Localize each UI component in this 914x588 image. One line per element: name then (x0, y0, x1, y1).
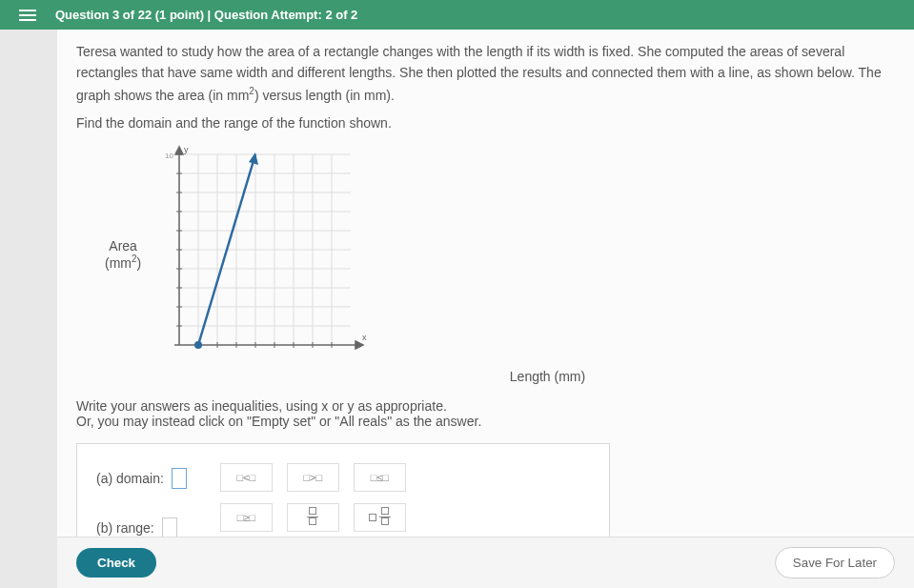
question-prompt: Find the domain and the range of the fun… (76, 115, 895, 131)
footer-bar: Check Save For Later (57, 537, 914, 588)
svg-marker-21 (175, 147, 183, 154)
question-info: Question 3 of 22 (1 point) | Question At… (55, 8, 357, 22)
less-than-button[interactable]: □<□ (220, 463, 273, 492)
domain-input[interactable] (172, 468, 187, 489)
greater-than-button[interactable]: □>□ (287, 463, 339, 492)
svg-point-46 (194, 341, 202, 349)
menu-icon[interactable] (19, 10, 36, 21)
range-label: (b) range: (96, 520, 154, 536)
graph-container: Area (mm2) (105, 145, 895, 364)
less-equal-button[interactable]: □≤□ (354, 463, 406, 492)
mixed-fraction-button[interactable] (354, 503, 406, 532)
fraction-button[interactable] (287, 503, 339, 532)
question-header: Question 3 of 22 (1 point) | Question At… (0, 0, 914, 30)
range-row: (b) range: (96, 517, 187, 538)
greater-equal-button[interactable]: □≥□ (220, 503, 273, 532)
instructions: Write your answers as inequalities, usin… (76, 398, 895, 429)
range-input[interactable] (162, 517, 177, 538)
svg-marker-22 (355, 341, 363, 349)
domain-label: (a) domain: (96, 471, 164, 486)
save-for-later-button[interactable]: Save For Later (775, 547, 895, 578)
svg-text:y: y (184, 145, 189, 154)
graph-plot: 10 y x (151, 145, 370, 364)
y-axis-label: Area (mm2) (105, 238, 141, 271)
x-axis-label: Length (mm) (200, 369, 895, 384)
domain-row: (a) domain: (96, 468, 187, 489)
problem-text: Teresa wanted to study how the area of a… (76, 41, 895, 106)
content-area: Teresa wanted to study how the area of a… (57, 30, 914, 588)
check-button[interactable]: Check (76, 548, 156, 578)
svg-text:10: 10 (165, 152, 173, 160)
svg-text:x: x (362, 333, 367, 342)
